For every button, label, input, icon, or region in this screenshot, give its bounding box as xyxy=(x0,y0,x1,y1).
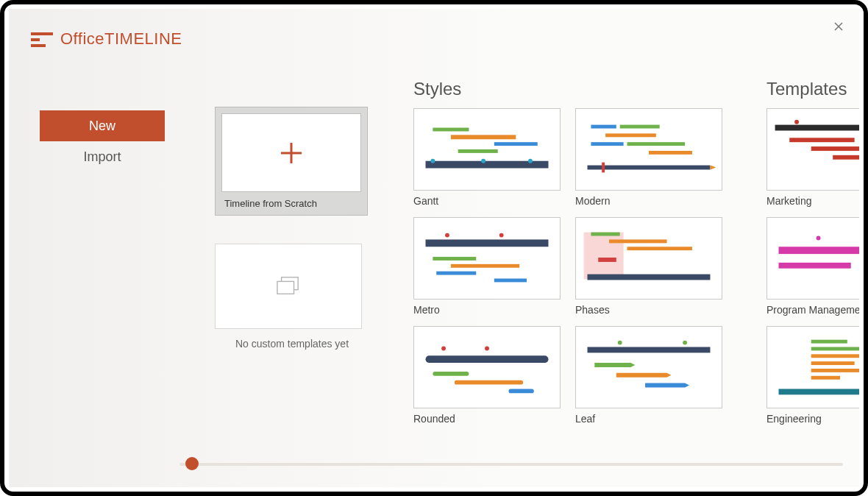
svg-rect-55 xyxy=(811,361,855,365)
svg-rect-29 xyxy=(627,247,692,250)
close-button[interactable] xyxy=(828,16,849,37)
style-label: Gantt xyxy=(413,195,561,207)
svg-rect-14 xyxy=(627,142,686,146)
templates-stack-icon xyxy=(274,274,302,298)
svg-rect-43 xyxy=(811,146,859,151)
svg-rect-12 xyxy=(605,133,656,137)
template-label: Marketing xyxy=(766,195,859,207)
svg-rect-13 xyxy=(591,142,623,146)
style-card-leaf[interactable]: Leaf xyxy=(575,326,722,425)
svg-point-39 xyxy=(618,341,622,345)
svg-rect-27 xyxy=(591,233,619,236)
template-label: Program Management xyxy=(766,304,859,316)
svg-rect-3 xyxy=(433,128,469,132)
style-label: Phases xyxy=(575,304,722,316)
svg-rect-5 xyxy=(494,142,538,146)
svg-rect-41 xyxy=(775,125,859,131)
svg-rect-21 xyxy=(451,264,519,268)
svg-rect-57 xyxy=(811,376,840,380)
progress-knob[interactable] xyxy=(185,457,199,470)
engineering-thumbnail-icon xyxy=(767,327,859,408)
modern-thumbnail-icon xyxy=(576,109,722,190)
svg-rect-33 xyxy=(433,372,469,376)
svg-rect-35 xyxy=(508,389,533,393)
style-label: Modern xyxy=(575,195,722,207)
progress-track xyxy=(179,463,843,466)
brand-logo: OfficeTIMELINE xyxy=(31,29,182,49)
svg-point-40 xyxy=(683,341,687,345)
svg-rect-42 xyxy=(789,138,854,142)
template-card-engineering[interactable]: Engineering xyxy=(766,326,859,425)
svg-rect-23 xyxy=(494,279,527,283)
template-label: Engineering xyxy=(766,413,859,425)
style-label: Metro xyxy=(413,304,561,316)
style-label: Rounded xyxy=(413,413,561,425)
svg-rect-34 xyxy=(455,380,523,385)
metro-thumbnail-icon xyxy=(414,218,560,299)
close-icon xyxy=(834,22,843,31)
wizard-progress[interactable] xyxy=(179,456,843,471)
svg-rect-44 xyxy=(833,155,859,160)
template-card-program-management[interactable]: Program Management xyxy=(766,217,859,316)
svg-point-37 xyxy=(485,347,489,351)
phases-thumbnail-icon xyxy=(576,218,722,299)
scratch-card-label: Timeline from Scratch xyxy=(216,198,367,215)
no-custom-templates-card xyxy=(215,244,362,329)
svg-point-7 xyxy=(430,159,435,163)
content-area: Timeline from Scratch No custom template… xyxy=(215,79,859,450)
svg-rect-53 xyxy=(811,347,859,351)
svg-point-24 xyxy=(445,233,449,238)
nav-import-button[interactable]: Import xyxy=(40,141,165,172)
style-card-gantt[interactable]: Gantt xyxy=(413,108,561,207)
svg-rect-6 xyxy=(458,149,498,153)
svg-rect-38 xyxy=(588,347,711,353)
leaf-thumbnail-icon xyxy=(576,327,722,408)
svg-rect-20 xyxy=(433,257,476,261)
svg-rect-48 xyxy=(779,263,851,269)
gantt-thumbnail-icon xyxy=(414,109,560,190)
svg-rect-22 xyxy=(436,272,476,275)
svg-rect-32 xyxy=(426,355,549,363)
svg-rect-15 xyxy=(649,151,692,155)
svg-rect-47 xyxy=(779,247,859,254)
svg-point-36 xyxy=(441,347,446,351)
template-card-marketing[interactable]: Marketing xyxy=(766,108,859,207)
rounded-thumbnail-icon xyxy=(414,327,560,408)
svg-rect-19 xyxy=(426,239,549,247)
plus-icon xyxy=(278,140,305,166)
svg-point-25 xyxy=(499,233,504,238)
svg-point-45 xyxy=(794,120,799,124)
style-label: Leaf xyxy=(575,413,722,425)
style-card-phases[interactable]: Phases xyxy=(575,217,722,316)
templates-heading: Templates xyxy=(766,79,859,99)
nav-new-button[interactable]: New xyxy=(40,110,165,141)
svg-rect-52 xyxy=(811,340,847,344)
svg-rect-16 xyxy=(588,166,711,170)
side-nav: New Import xyxy=(40,110,165,172)
svg-rect-31 xyxy=(598,258,616,262)
svg-rect-18 xyxy=(602,163,605,173)
svg-point-8 xyxy=(481,159,485,163)
svg-rect-1 xyxy=(277,281,294,294)
marketing-thumbnail-icon xyxy=(767,109,859,190)
style-card-modern[interactable]: Modern xyxy=(575,108,722,207)
svg-rect-11 xyxy=(620,125,660,129)
no-custom-templates-label: No custom templates yet xyxy=(215,338,369,350)
style-card-metro[interactable]: Metro xyxy=(413,217,561,316)
svg-rect-56 xyxy=(811,369,859,372)
svg-rect-26 xyxy=(584,233,624,280)
svg-rect-54 xyxy=(811,354,859,358)
svg-rect-10 xyxy=(591,125,616,129)
brand-logo-icon xyxy=(31,32,53,49)
svg-rect-4 xyxy=(451,135,516,139)
brand-logo-text: OfficeTIMELINE xyxy=(60,29,182,49)
svg-marker-17 xyxy=(710,166,716,170)
styles-heading: Styles xyxy=(413,79,730,99)
style-card-rounded[interactable]: Rounded xyxy=(413,326,561,425)
svg-point-50 xyxy=(817,236,821,241)
program-mgmt-thumbnail-icon xyxy=(767,218,859,299)
svg-point-9 xyxy=(528,159,533,163)
svg-rect-30 xyxy=(588,274,711,280)
svg-rect-28 xyxy=(609,239,667,243)
timeline-from-scratch-card[interactable]: Timeline from Scratch xyxy=(215,107,368,216)
